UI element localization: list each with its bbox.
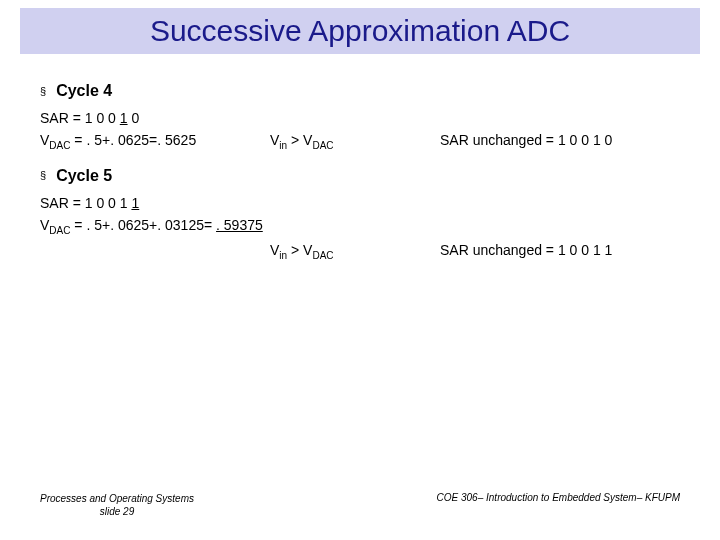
slide-footer: Processes and Operating Systems slide 29… xyxy=(0,492,720,518)
title-banner: Successive Approximation ADC xyxy=(20,8,700,54)
cycle4-sar-line: SAR = 1 0 0 1 0 xyxy=(40,110,680,126)
cycle4-heading: Cycle 4 xyxy=(56,82,112,100)
cycle5-compare-row: Vin > VDAC SAR unchanged = 1 0 0 1 1 xyxy=(40,242,680,261)
cycle5-compare: Vin > VDAC xyxy=(270,242,440,261)
cycle5-sar-underlined: 1 xyxy=(131,195,139,211)
cycle5-unchanged: SAR unchanged = 1 0 0 1 1 xyxy=(440,242,680,261)
footer-left-line1: Processes and Operating Systems xyxy=(40,492,194,505)
bullet-icon: § xyxy=(40,170,46,181)
cycle4-heading-row: § Cycle 4 xyxy=(40,82,680,100)
bullet-icon: § xyxy=(40,86,46,97)
cycle4-vdac-eq: VDAC = . 5+. 0625=. 5625 xyxy=(40,132,270,151)
cycle5-sar-line: SAR = 1 0 0 1 1 xyxy=(40,195,680,211)
cycle4-sar-prefix: SAR = 1 0 0 xyxy=(40,110,120,126)
cycle4-unchanged: SAR unchanged = 1 0 0 1 0 xyxy=(440,132,680,151)
footer-right: COE 306– Introduction to Embedded System… xyxy=(437,492,680,518)
cycle5-vdac-result: . 59375 xyxy=(216,217,263,233)
cycle5-heading: Cycle 5 xyxy=(56,167,112,185)
cycle5-vdac-line: VDAC = . 5+. 0625+. 03125= . 59375 xyxy=(40,217,680,236)
footer-left-line2: slide 29 xyxy=(40,505,194,518)
cycle4-sar-underlined: 1 xyxy=(120,110,128,126)
cycle4-vdac-row: VDAC = . 5+. 0625=. 5625 Vin > VDAC SAR … xyxy=(40,132,680,151)
cycle5-sar-prefix: SAR = 1 0 0 1 xyxy=(40,195,131,211)
cycle5-heading-row: § Cycle 5 xyxy=(40,167,680,185)
slide-content: § Cycle 4 SAR = 1 0 0 1 0 VDAC = . 5+. 0… xyxy=(0,54,720,260)
cycle4-compare: Vin > VDAC xyxy=(270,132,440,151)
slide-title: Successive Approximation ADC xyxy=(20,14,700,48)
cycle4-sar-suffix: 0 xyxy=(128,110,140,126)
footer-left: Processes and Operating Systems slide 29 xyxy=(40,492,194,518)
